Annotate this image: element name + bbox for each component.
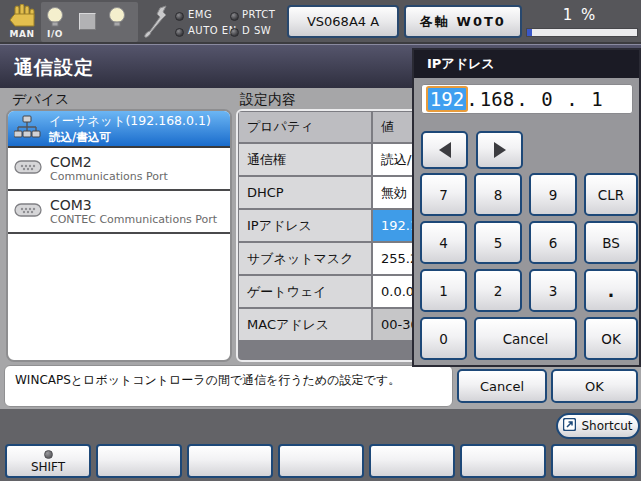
key-8[interactable]: 8 xyxy=(474,173,522,216)
prtct-led xyxy=(230,12,239,21)
table-row[interactable]: DHCP 無効 xyxy=(239,177,417,208)
value-cell-readonly: 00-30 xyxy=(373,309,417,340)
value-cell[interactable]: 読込/ xyxy=(373,144,417,175)
value-cell[interactable]: 無効 xyxy=(373,177,417,208)
shift-led-icon xyxy=(44,450,53,459)
keypad-cancel-button[interactable]: Cancel xyxy=(474,317,577,360)
ip-dot: . xyxy=(516,88,528,110)
function-key-3[interactable] xyxy=(187,444,273,478)
dialog-title: IPアドレス xyxy=(414,50,639,78)
key-dot[interactable]: . xyxy=(584,269,638,312)
device-name: COM2 xyxy=(50,154,168,170)
value-cell[interactable]: 255.25 xyxy=(373,243,417,274)
cancel-button[interactable]: Cancel xyxy=(457,369,547,403)
description-box: WINCAPSとロボットコントローラの間で通信を行うための設定です。 xyxy=(4,365,453,407)
d-sw-led xyxy=(230,28,239,37)
shortcut-arrow-icon xyxy=(563,418,576,434)
top-toolbar: MAN I/O EMG PRTCT AUTO EN D SW VS068A4 A… xyxy=(0,0,641,44)
column-header-value: 値 xyxy=(373,112,417,142)
robot-type-button[interactable]: VS068A4 A xyxy=(287,5,399,38)
device-item-com2[interactable]: COM2 Communications Port xyxy=(8,148,230,191)
io-label: I/O xyxy=(44,29,66,39)
key-clear[interactable]: CLR xyxy=(584,173,638,216)
left-arrow-icon xyxy=(439,142,451,158)
shortcut-label: Shortcut xyxy=(581,419,632,433)
right-arrow-button[interactable] xyxy=(476,131,523,169)
table-row[interactable]: サブネットマスク 255.25 xyxy=(239,243,417,274)
shortcut-button[interactable]: Shortcut xyxy=(556,413,640,439)
key-6[interactable]: 6 xyxy=(529,221,577,264)
function-key-6[interactable] xyxy=(460,444,546,478)
ip-dot: . xyxy=(566,88,578,110)
value-cell[interactable]: 0.0.0. xyxy=(373,276,417,307)
speed-progress-bar xyxy=(526,28,638,37)
keypad-ok-button[interactable]: OK xyxy=(584,317,638,360)
speed-percent: 1 % xyxy=(535,6,625,24)
settings-section-label: 設定内容 xyxy=(240,91,296,109)
prtct-label: PRTCT xyxy=(242,9,275,20)
page-title: 通信設定 xyxy=(14,55,94,81)
serial-port-icon xyxy=(14,159,42,178)
key-4[interactable]: 4 xyxy=(420,221,467,264)
key-9[interactable]: 9 xyxy=(529,173,577,216)
device-desc: Communications Port xyxy=(50,170,168,183)
ip-address-input[interactable]: 192 . 168 . 0 . 1 xyxy=(421,84,633,114)
man-label: MAN xyxy=(4,29,40,39)
property-cell: MACアドレス xyxy=(239,309,371,340)
device-desc: CONTEC Communications Port xyxy=(50,213,217,226)
table-row[interactable]: MACアドレス 00-30 xyxy=(239,309,417,340)
key-1[interactable]: 1 xyxy=(420,269,467,312)
property-cell: DHCP xyxy=(239,177,371,208)
column-header-property: プロパティ xyxy=(239,112,371,142)
speed-progress-fill xyxy=(527,29,532,36)
table-header-row: プロパティ 値 xyxy=(239,112,417,142)
function-key-shift[interactable]: SHIFT xyxy=(5,444,91,478)
manual-mode-hand-icon[interactable] xyxy=(7,4,39,30)
function-key-5[interactable] xyxy=(369,444,455,478)
function-key-2[interactable] xyxy=(96,444,182,478)
key-backspace[interactable]: BS xyxy=(584,221,638,264)
key-2[interactable]: 2 xyxy=(474,269,522,312)
wrench-icon[interactable] xyxy=(142,4,170,46)
left-arrow-button[interactable] xyxy=(421,131,468,169)
device-name: COM3 xyxy=(50,197,217,213)
ethernet-icon xyxy=(14,115,41,143)
device-section-label: デバイス xyxy=(12,91,69,109)
d-sw-label: D SW xyxy=(242,25,271,36)
ip-octet[interactable]: 1 xyxy=(578,88,616,110)
key-7[interactable]: 7 xyxy=(420,173,467,216)
value-cell-selected[interactable]: 192.16 xyxy=(373,210,417,241)
auto-en-led xyxy=(175,28,184,37)
ok-button[interactable]: OK xyxy=(551,369,638,403)
ip-octet[interactable]: 168 xyxy=(478,88,516,110)
ip-octet-selected[interactable]: 192 xyxy=(428,88,466,110)
axis-mode-button[interactable]: 各軸 W0T0 xyxy=(404,5,522,38)
lamp-bulb-icon[interactable] xyxy=(108,6,126,34)
property-cell: サブネットマスク xyxy=(239,243,371,274)
device-list: イーサネット(192.168.0.1) 読込/書込可 COM2 Communic… xyxy=(6,109,232,362)
device-item-com3[interactable]: COM3 CONTEC Communications Port xyxy=(8,191,230,234)
property-cell: IPアドレス xyxy=(239,210,371,241)
property-cell: ゲートウェイ xyxy=(239,276,371,307)
numeric-keypad: 7 8 9 CLR 4 5 6 BS 1 2 3 . 0 Cancel OK xyxy=(420,173,638,360)
ip-octet[interactable]: 0 xyxy=(528,88,566,110)
serial-port-icon xyxy=(14,202,42,221)
stop-square-icon[interactable] xyxy=(79,13,96,30)
device-name: イーサネット(192.168.0.1) xyxy=(49,113,211,130)
table-row[interactable]: ゲートウェイ 0.0.0. xyxy=(239,276,417,307)
function-key-7[interactable] xyxy=(551,444,637,478)
key-0[interactable]: 0 xyxy=(420,317,467,360)
table-row-selected[interactable]: IPアドレス 192.16 xyxy=(239,210,417,241)
device-access: 読込/書込可 xyxy=(49,130,211,145)
emg-led xyxy=(175,12,184,21)
key-5[interactable]: 5 xyxy=(474,221,522,264)
shift-label: SHIFT xyxy=(31,460,65,474)
right-arrow-icon xyxy=(494,142,506,158)
key-3[interactable]: 3 xyxy=(529,269,577,312)
table-row[interactable]: 通信権 読込/ xyxy=(239,144,417,175)
emg-label: EMG xyxy=(188,9,212,20)
ip-dot: . xyxy=(466,88,478,110)
ip-address-dialog: IPアドレス 192 . 168 . 0 . 1 7 8 9 CLR 4 5 6… xyxy=(412,48,641,367)
function-key-4[interactable] xyxy=(278,444,364,478)
device-item-ethernet[interactable]: イーサネット(192.168.0.1) 読込/書込可 xyxy=(8,111,230,148)
